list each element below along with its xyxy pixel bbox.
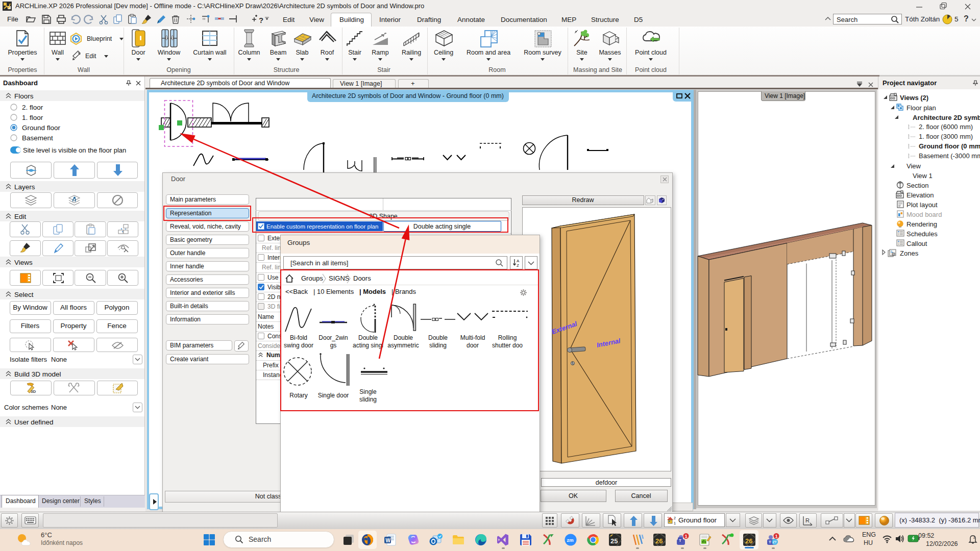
svg-text:1: 1: [685, 534, 688, 539]
svg-text:W: W: [386, 538, 391, 543]
svg-text:ZT: ZT: [773, 540, 777, 544]
svg-text:1: 1: [775, 534, 778, 539]
svg-text:2: 2: [674, 516, 676, 520]
svg-text:1: 1: [674, 521, 676, 525]
svg-text:T: T: [769, 540, 771, 544]
svg-text:zm: zm: [567, 537, 574, 543]
svg-text:25: 25: [610, 537, 618, 545]
svg-text:R: R: [805, 517, 810, 523]
svg-text:3D: 3D: [31, 389, 36, 394]
svg-text:26: 26: [745, 537, 752, 545]
svg-text:A: A: [517, 259, 520, 263]
svg-text:?: ?: [259, 16, 263, 24]
svg-text:T: T: [679, 538, 681, 543]
svg-text:26: 26: [655, 537, 663, 545]
svg-text:Z: Z: [517, 263, 519, 268]
svg-text:z: z: [973, 536, 975, 539]
